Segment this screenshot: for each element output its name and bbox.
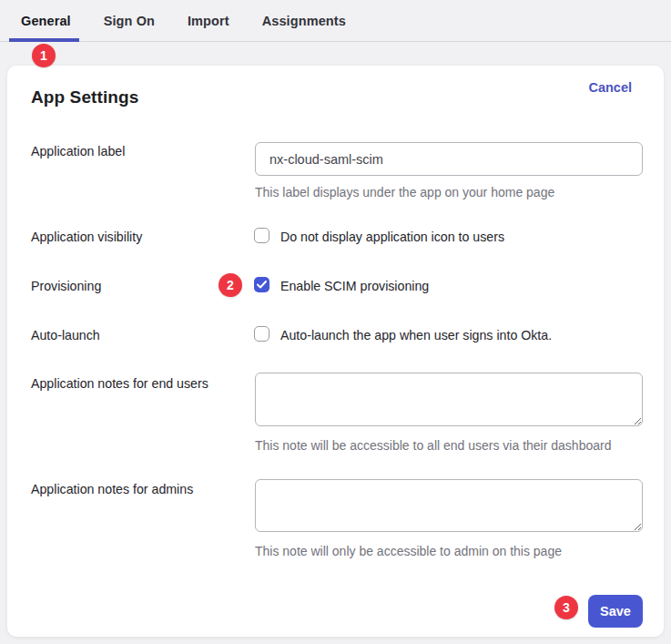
auto-launch-checkbox-label: Auto-launch the app when user signs into… [280,328,552,343]
page-title: App Settings [31,87,138,107]
application-label-help: This label displays under the app on you… [255,185,554,200]
enable-scim-provisioning-checkbox[interactable] [254,277,269,292]
notes-end-users-textarea[interactable] [255,373,643,426]
cancel-link[interactable]: Cancel [588,80,632,95]
notes-admins-label: Application notes for admins [31,482,193,497]
application-visibility-label: Application visibility [31,230,142,245]
notes-end-users-help: This note will be accessible to all end … [255,438,611,454]
provisioning-label: Provisioning [31,279,101,294]
notes-admins-help: This note will only be accessible to adm… [255,544,562,559]
tab-sign-on[interactable]: Sign On [104,14,155,28]
application-label-label: Application label [31,144,125,159]
notes-end-users-label: Application notes for end users [31,376,208,392]
checkmark-icon [257,281,267,289]
tab-assignments[interactable]: Assignments [262,14,346,28]
active-tab-indicator [9,38,79,42]
tab-import[interactable]: Import [188,14,229,28]
save-button[interactable]: Save [588,595,643,628]
application-visibility-checkbox-label: Do not display application icon to users [280,230,504,245]
tab-bar: General Sign On Import Assignments [0,0,671,42]
auto-launch-checkbox[interactable] [254,326,269,342]
step-badge-1: 1 [32,44,56,67]
application-label-input[interactable] [255,142,643,176]
enable-scim-provisioning-checkbox-label: Enable SCIM provisioning [280,279,429,294]
auto-launch-label: Auto-launch [31,328,100,343]
page: General Sign On Import Assignments 1 2 3… [0,0,671,644]
app-settings-panel: App Settings Cancel Application label Th… [7,66,664,637]
tab-general[interactable]: General [21,14,71,28]
application-visibility-checkbox[interactable] [254,228,269,243]
step-badge-3: 3 [554,596,578,619]
step-badge-2: 2 [219,273,242,297]
notes-admins-textarea[interactable] [255,479,643,532]
